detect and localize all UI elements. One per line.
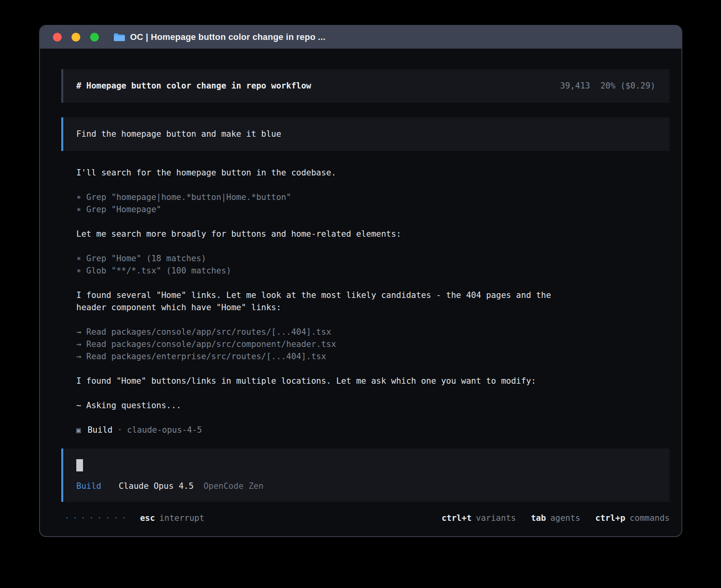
model-label[interactable]: Claude Opus 4.5 [119, 480, 194, 492]
read-call-line: → Read packages/console/app/src/componen… [76, 338, 572, 351]
tool-call-group: ∗ Grep "homepage|home.*button|Home.*butt… [76, 191, 572, 216]
assistant-text: I found "Home" buttons/links in multiple… [76, 375, 572, 387]
hint-interrupt: esc interrupt [140, 512, 204, 524]
session-title: # Homepage button color change in repo w… [76, 80, 311, 92]
agent-name: Build [87, 424, 112, 436]
hint-label: variants [476, 512, 516, 524]
assistant-text: I'll search for the homepage button in t… [76, 167, 572, 179]
hint-label: commands [630, 512, 670, 524]
folder-icon [113, 32, 125, 42]
session-meta: 39,413 20% ($0.29) [560, 80, 655, 92]
context-usage: 20% ($0.29) [600, 80, 655, 92]
hint-commands: ctrl+p commands [595, 512, 670, 524]
hint-key: tab [531, 512, 546, 524]
status-bar-right: ctrl+t variants tab agents ctrl+p comman… [442, 512, 670, 524]
input-footer: Build Claude Opus 4.5 OpenCode Zen [76, 480, 657, 492]
hint-variants: ctrl+t variants [442, 512, 516, 524]
hint-label: agents [550, 512, 580, 524]
hint-key: ctrl+t [442, 512, 472, 524]
traffic-lights [53, 33, 99, 41]
tool-call-line: ∗ Grep "homepage|home.*button|Home.*butt… [76, 191, 572, 204]
close-button[interactable] [53, 33, 62, 41]
tool-call-line: ∗ Grep "Home" (18 matches) [76, 253, 572, 265]
agent-badge: ▣ Build · claude-opus-4-5 [76, 424, 572, 436]
provider-label: OpenCode Zen [204, 480, 264, 492]
title-bar[interactable]: OC | Homepage button color change in rep… [40, 26, 681, 49]
prompt-input-area[interactable]: Build Claude Opus 4.5 OpenCode Zen [61, 449, 670, 502]
user-message-text: Find the homepage button and make it blu… [76, 129, 281, 139]
agent-icon: ▣ [76, 424, 81, 436]
token-count: 39,413 [560, 80, 590, 92]
text-cursor [76, 459, 83, 471]
session-header: # Homepage button color change in repo w… [61, 69, 670, 103]
read-call-group: → Read packages/console/app/src/routes/[… [76, 326, 572, 363]
title-group: OC | Homepage button color change in rep… [113, 32, 325, 42]
hint-label: interrupt [159, 512, 204, 524]
hint-key: esc [140, 512, 155, 524]
tool-call-line: ∗ Glob "**/*.tsx" (100 matches) [76, 265, 572, 277]
assistant-text: I found several "Home" links. Let me loo… [76, 289, 572, 314]
status-line: ~ Asking questions... [76, 400, 572, 412]
minimize-button[interactable] [72, 33, 80, 41]
tool-call-line: ∗ Grep "Homepage" [76, 204, 572, 216]
spinner-dots: ········ [64, 512, 130, 524]
tool-call-group: ∗ Grep "Home" (18 matches) ∗ Glob "**/*.… [76, 253, 572, 277]
terminal-content: # Homepage button color change in repo w… [40, 49, 681, 536]
hint-agents: tab agents [531, 512, 580, 524]
assistant-text: Let me search more broadly for buttons a… [76, 228, 572, 240]
status-bar: ········ esc interrupt ctrl+t variants t… [61, 512, 670, 524]
assistant-transcript: I'll search for the homepage button in t… [76, 167, 670, 449]
agent-separator: · [117, 424, 123, 436]
agent-model: claude-opus-4-5 [127, 424, 202, 436]
hint-key: ctrl+p [595, 512, 625, 524]
read-call-line: → Read packages/console/app/src/routes/[… [76, 326, 572, 338]
window-title: OC | Homepage button color change in rep… [130, 32, 325, 42]
agent-mode-label[interactable]: Build [76, 480, 101, 492]
read-call-line: → Read packages/enterprise/src/routes/[.… [76, 351, 572, 363]
zoom-button[interactable] [90, 33, 99, 41]
user-message: Find the homepage button and make it blu… [61, 117, 670, 151]
terminal-window: OC | Homepage button color change in rep… [39, 25, 682, 537]
